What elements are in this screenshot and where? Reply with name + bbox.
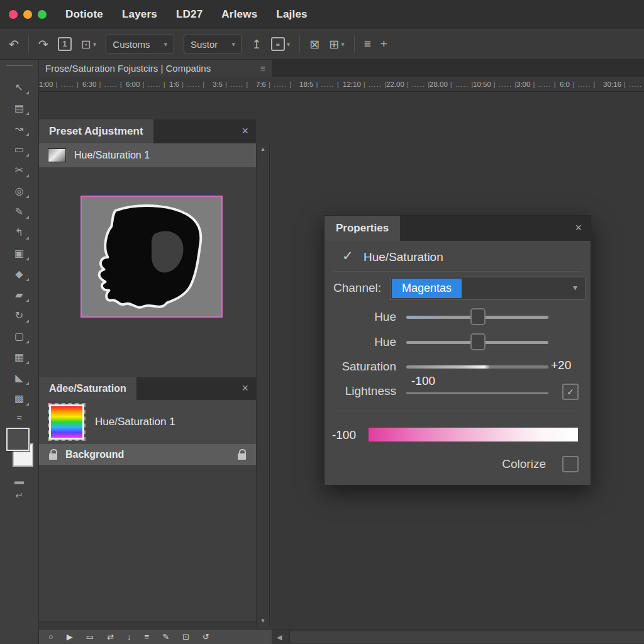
menu-item[interactable]: Layers bbox=[122, 8, 157, 21]
hand-tool-icon[interactable]: ▢ bbox=[10, 329, 29, 343]
preview-checkbox[interactable]: ✓ bbox=[562, 384, 579, 400]
ruler-label: 18:5 bbox=[299, 80, 313, 88]
menu-item[interactable]: Lajles bbox=[276, 8, 307, 21]
saturation-label: Saturation bbox=[325, 360, 396, 374]
close-icon[interactable]: × bbox=[242, 382, 248, 395]
foreground-color-swatch[interactable] bbox=[6, 428, 30, 451]
sustor-select[interactable]: Sustor ▾ bbox=[184, 35, 242, 53]
lightness-value: -100 bbox=[411, 374, 435, 388]
ruler-label: 6:0 bbox=[560, 80, 570, 88]
group-tool-icon[interactable]: ▩ bbox=[10, 391, 29, 405]
history-icon[interactable]: ↵ bbox=[15, 490, 23, 501]
ruler-label: 7:6 bbox=[256, 80, 266, 88]
arrange-grid-icon[interactable]: ⊞ ▾ bbox=[329, 37, 344, 52]
shuffle-icon[interactable]: ⇄ bbox=[107, 632, 114, 641]
shape-tool-icon[interactable]: ◣ bbox=[10, 370, 29, 384]
copy-layers-icon[interactable]: ⊠ bbox=[309, 37, 319, 52]
properties-panel-tab[interactable]: Properties bbox=[325, 216, 400, 241]
layers-panel-tab[interactable]: Aḋee/Saturation bbox=[39, 377, 136, 400]
tab-bar-empty bbox=[272, 60, 644, 77]
artboard-1-icon[interactable]: 1 bbox=[58, 37, 72, 51]
mask-icon[interactable]: ▬ bbox=[14, 475, 24, 486]
close-icon[interactable]: × bbox=[242, 125, 248, 138]
ruler-segment: 1:6 | ..... | bbox=[169, 80, 213, 88]
monitor-icon[interactable]: ▭ bbox=[86, 632, 94, 641]
lasso-tool-icon[interactable]: ↝ bbox=[10, 121, 29, 135]
channel-dropdown[interactable]: Magentas ▾ bbox=[390, 277, 586, 300]
hue-label: Hue bbox=[325, 310, 396, 324]
hue-slider-thumb[interactable] bbox=[470, 333, 486, 350]
tab-menu-icon[interactable]: ≡ bbox=[260, 64, 265, 74]
brush-icon[interactable]: ✎ bbox=[162, 632, 169, 641]
download-arrow-icon[interactable]: ↓ bbox=[127, 632, 131, 641]
rotate-view-tool-icon[interactable]: ↻ bbox=[10, 308, 29, 322]
maximize-window-button[interactable] bbox=[38, 10, 47, 19]
list-icon[interactable]: ≡ bbox=[364, 37, 371, 51]
ruler-segment: 6:30 | ..... | bbox=[82, 80, 126, 88]
undo-icon[interactable]: ↶ bbox=[9, 37, 19, 52]
select-tool-icon[interactable]: ↰ bbox=[10, 225, 29, 239]
preset-item-row[interactable]: Hue/Saturation 1 bbox=[39, 143, 256, 167]
menu-item[interactable]: Dotiote bbox=[65, 8, 103, 21]
close-icon[interactable]: × bbox=[575, 221, 582, 235]
menu-lines-icon[interactable]: ≡ bbox=[145, 632, 150, 641]
smudge-tool-icon[interactable]: ▰ bbox=[10, 287, 29, 301]
rotate-icon[interactable]: ↺ bbox=[203, 632, 209, 641]
pen-tool-icon[interactable]: ◆ bbox=[10, 267, 29, 280]
frame-tool-icon[interactable]: ▣ bbox=[10, 246, 29, 260]
redo-icon[interactable]: ↷ bbox=[38, 37, 48, 52]
dock-scrollbar[interactable]: ▲ ▼ bbox=[256, 143, 270, 626]
clone-stamp-tool-icon[interactable]: ◎ bbox=[10, 184, 29, 197]
adjustment-layer-row[interactable]: Hue/Saturation 1 bbox=[39, 400, 256, 444]
play-cursor-icon[interactable]: ▶ bbox=[67, 632, 73, 641]
marquee-tool-icon[interactable]: ▭ bbox=[10, 142, 29, 156]
menu-bar: DotioteLayersLD27ArlewsLajles bbox=[0, 0, 644, 30]
customs-select[interactable]: Customs ▾ bbox=[106, 35, 174, 53]
layers-panel-header: Aḋee/Saturation × bbox=[39, 377, 256, 400]
scrollbar-track[interactable] bbox=[289, 631, 644, 643]
properties-panel-header: Properties × bbox=[325, 216, 591, 241]
artboard-tool-icon[interactable]: ▤ bbox=[10, 101, 29, 114]
document-tab[interactable]: Frose/Saturation Fojustcirs | Compatins … bbox=[39, 60, 272, 77]
stop-icon[interactable]: ○ bbox=[48, 632, 53, 641]
transform-icon[interactable]: ⊡ ▾ bbox=[81, 37, 96, 52]
ruler-label: 3:5 bbox=[213, 80, 223, 88]
properties-panel: Properties × ✓ Hue/Saturation Channel: M… bbox=[324, 215, 591, 486]
scroll-up-icon[interactable]: ▲ bbox=[257, 146, 269, 152]
magenta-gradient-ramp[interactable] bbox=[369, 428, 578, 441]
rail-grip[interactable] bbox=[6, 65, 33, 66]
background-layer-row[interactable]: Background bbox=[39, 444, 256, 465]
menu-item[interactable]: LD27 bbox=[176, 8, 203, 21]
export-frame-icon[interactable]: ⊡ bbox=[182, 632, 189, 641]
hue-slider-thumb[interactable] bbox=[470, 308, 486, 325]
colorize-checkbox[interactable] bbox=[562, 456, 579, 472]
lightness-slider-track[interactable] bbox=[406, 392, 548, 394]
add-icon[interactable]: + bbox=[380, 37, 387, 51]
chevron-down-icon: ▾ bbox=[164, 40, 167, 48]
slice-tool-icon[interactable]: ▦ bbox=[10, 350, 29, 364]
curve-adjust-icon[interactable]: ≈ bbox=[16, 412, 21, 423]
comment-icon[interactable]: ≡ ▾ bbox=[271, 37, 291, 51]
tool-rail: ↖▤↝▭✂◎✎↰▣◆▰↻▢▦◣▩ ≈ ▬↵ bbox=[0, 60, 39, 644]
scissors-tool-icon[interactable]: ✂ bbox=[10, 163, 29, 177]
export-icon[interactable]: ↥ bbox=[252, 37, 262, 52]
canvas-horizontal-scrollbar[interactable]: ◀ bbox=[272, 629, 644, 644]
chevron-down-icon: ▾ bbox=[573, 282, 577, 292]
lock-icon[interactable] bbox=[238, 453, 246, 460]
brush-tool-icon[interactable]: ✎ bbox=[10, 204, 29, 218]
saturation-slider-track[interactable] bbox=[406, 365, 548, 369]
move-tool-icon[interactable]: ↖ bbox=[10, 80, 29, 94]
minimize-window-button[interactable] bbox=[23, 10, 32, 19]
hue-saturation-layer-thumbnail[interactable] bbox=[49, 404, 84, 440]
close-window-button[interactable] bbox=[9, 10, 18, 19]
toolbar-divider bbox=[354, 35, 355, 53]
preset-panel-tab[interactable]: Preset Adjustment bbox=[39, 119, 153, 143]
selected-artwork-frame[interactable] bbox=[80, 196, 223, 318]
menu-item[interactable]: Arlews bbox=[221, 8, 257, 21]
ruler-ticks: | ..... | bbox=[142, 80, 165, 88]
color-swatches bbox=[5, 428, 34, 469]
ruler-ticks: | ..... | bbox=[450, 80, 473, 88]
ruler-ticks: | ..... | bbox=[182, 80, 205, 88]
scroll-left-icon[interactable]: ◀ bbox=[277, 633, 282, 641]
scroll-down-icon[interactable]: ▼ bbox=[257, 618, 269, 624]
